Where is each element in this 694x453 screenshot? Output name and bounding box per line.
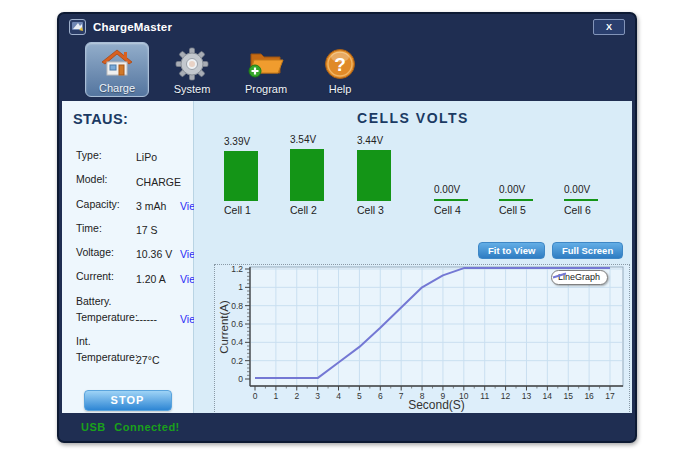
- cell-label: Cell 4: [434, 204, 498, 216]
- line-chart: 00.20.40.60.811.201234567891011121314151…: [215, 265, 629, 413]
- status-value: LiPo: [136, 151, 180, 163]
- title-bar: ChargeMaster X: [59, 14, 635, 40]
- close-button[interactable]: X: [593, 19, 625, 35]
- cell-bar: [224, 151, 258, 201]
- app-icon: [69, 19, 86, 35]
- fit-to-view-button[interactable]: Fit to View: [478, 242, 545, 259]
- main-content: STAUS: Type:LiPoModel:CHARGECapacity:3 m…: [62, 101, 632, 413]
- status-value: CHARGE: [136, 176, 180, 188]
- toolbar-button-help[interactable]: ? Help: [309, 44, 371, 97]
- cell-voltage: 3.44V: [357, 135, 383, 146]
- toolbar-button-system[interactable]: System: [161, 44, 223, 97]
- svg-text:?: ?: [334, 54, 346, 75]
- cells-volts-heading: CELLS VOLTS: [194, 110, 632, 126]
- svg-text:1: 1: [238, 282, 243, 292]
- cell-column: 3.54VCell 2: [290, 129, 354, 216]
- cell-column: 0.00VCell 6: [564, 129, 628, 216]
- cell-bar: [499, 199, 533, 201]
- status-row: Type:LiPo: [76, 147, 193, 163]
- status-row: Battery.Temperature:------View: [76, 293, 193, 326]
- toolbar-button-charge[interactable]: Charge: [85, 42, 149, 97]
- svg-text:0.8: 0.8: [231, 301, 243, 311]
- cell-column: 3.39VCell 1: [224, 129, 288, 216]
- cell-voltage: 3.39V: [224, 136, 250, 147]
- cell-voltage: 3.54V: [290, 134, 316, 145]
- status-value: 10.36 V: [136, 248, 180, 260]
- status-panel: STAUS: Type:LiPoModel:CHARGECapacity:3 m…: [62, 101, 194, 413]
- full-screen-button[interactable]: Full Screen: [552, 242, 623, 259]
- cell-label: Cell 3: [357, 204, 421, 216]
- cells-panel: CELLS VOLTS 3.39VCell 13.54VCell 23.44VC…: [194, 101, 632, 413]
- cell-bar: [357, 150, 391, 201]
- status-label: Current:: [76, 268, 136, 284]
- status-label: Battery.Temperature:: [76, 293, 136, 326]
- status-value: 27°C: [136, 354, 180, 366]
- desktop-background: ChargeMaster X Charge: [0, 0, 694, 453]
- chart-legend: LineGraph: [551, 270, 608, 285]
- status-value: ------: [136, 313, 180, 325]
- toolbar-button-program[interactable]: Program: [235, 44, 297, 97]
- cell-bar: [290, 149, 324, 201]
- status-row: Current:1.20 AView: [76, 268, 193, 284]
- status-value: 1.20 A: [136, 273, 180, 285]
- status-label: Voltage:: [76, 244, 136, 260]
- cell-voltage: 0.00V: [564, 184, 590, 195]
- cell-voltage: 0.00V: [499, 184, 525, 195]
- toolbar-label-program: Program: [245, 83, 287, 97]
- cell-label: Cell 6: [564, 204, 628, 216]
- status-bar: USB Connected!: [59, 413, 635, 441]
- legend-line-icon: [552, 271, 568, 280]
- cell-column: 0.00VCell 5: [499, 129, 563, 216]
- status-rows: Type:LiPoModel:CHARGECapacity:3 mAhViewT…: [62, 147, 193, 366]
- cell-label: Cell 2: [290, 204, 354, 216]
- svg-text:0.2: 0.2: [231, 356, 243, 366]
- cell-label: Cell 1: [224, 204, 288, 216]
- gear-icon: [175, 44, 209, 83]
- status-label: Int.Temperature:: [76, 333, 136, 366]
- usb-status-text: USB Connected!: [81, 421, 180, 433]
- toolbar-label-help: Help: [329, 83, 352, 97]
- house-icon: [101, 43, 133, 82]
- status-row: Time:17 S: [76, 220, 193, 236]
- toolbar-label-charge: Charge: [99, 82, 135, 96]
- cell-bar: [564, 199, 598, 201]
- cell-bar: [434, 199, 468, 201]
- svg-text:0.6: 0.6: [231, 319, 243, 329]
- cell-voltage: 0.00V: [434, 184, 460, 195]
- stop-button[interactable]: STOP: [84, 390, 172, 411]
- status-label: Type:: [76, 147, 136, 163]
- x-axis-label: Second(S): [250, 398, 623, 412]
- svg-text:0.4: 0.4: [231, 337, 243, 347]
- chargemaster-window: ChargeMaster X Charge: [57, 12, 637, 443]
- window-title: ChargeMaster: [93, 21, 172, 33]
- y-axis-label: Current(A): [218, 267, 232, 387]
- svg-text:0: 0: [238, 374, 243, 384]
- status-value: 17 S: [136, 224, 180, 236]
- folder-plus-icon: [247, 44, 285, 83]
- status-row: Int.Temperature:27°C: [76, 333, 193, 366]
- line-graph-container: 00.20.40.60.811.201234567891011121314151…: [214, 264, 630, 413]
- question-icon: ?: [324, 44, 356, 83]
- cell-column: 3.44VCell 3: [357, 129, 421, 216]
- cell-column: 0.00VCell 4: [434, 129, 498, 216]
- status-row: Voltage:10.36 VView: [76, 244, 193, 260]
- status-heading: STAUS:: [73, 111, 193, 127]
- status-label: Time:: [76, 220, 136, 236]
- toolbar: Charge System: [59, 40, 635, 101]
- status-value: 3 mAh: [136, 200, 180, 212]
- status-label: Capacity:: [76, 196, 136, 212]
- cell-label: Cell 5: [499, 204, 563, 216]
- status-label: Model:: [76, 171, 136, 187]
- status-row: Model:CHARGE: [76, 171, 193, 187]
- svg-text:1.2: 1.2: [231, 265, 243, 274]
- status-row: Capacity:3 mAhView: [76, 196, 193, 212]
- toolbar-label-system: System: [174, 83, 211, 97]
- cells-row: 3.39VCell 13.54VCell 23.44VCell 30.00VCe…: [194, 129, 632, 229]
